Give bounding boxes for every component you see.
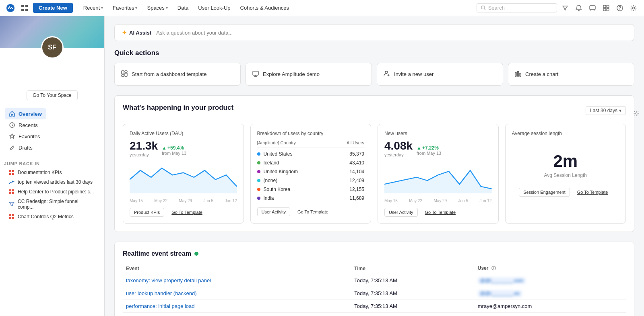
svg-rect-36 (520, 73, 521, 76)
avg-session-footer: Session Engagement Go To Template (512, 188, 619, 197)
sidebar-item-favorites[interactable]: Favorites (5, 131, 99, 142)
new-users-chart-card: New users 4.08k yesterday ▲+7.22% (378, 124, 499, 224)
jump-back-item-1[interactable]: top ten viewed articles last 30 days (5, 177, 99, 187)
svg-rect-20 (9, 189, 11, 191)
sidebar-navigation: Overview Recents (0, 105, 104, 156)
grid-icon-2 (9, 189, 14, 195)
help-icon[interactable] (614, 2, 625, 14)
star-sparkle-icon: ✦ (122, 29, 127, 36)
whats-happening-title: What's happening in your product (123, 104, 233, 112)
event-time-0: Today, 7:35:13 AM (351, 274, 475, 287)
svg-rect-22 (9, 192, 11, 194)
avg-session-value: 2m (512, 140, 619, 172)
event-link-2[interactable]: performance: initial page load (126, 303, 195, 309)
sidebar: SF Go To Your Space Overview (0, 16, 105, 316)
messages-icon[interactable] (587, 2, 598, 14)
avg-session-card: Average session length 2m Avg Session Le… (505, 124, 626, 224)
country-breakdown-card: Breakdown of users by country [Amplitude… (250, 124, 372, 224)
country-user-activity-button[interactable]: User Activity (257, 207, 291, 216)
country-row-0: United States 85,379 (257, 150, 365, 158)
nav-item-spaces[interactable]: Spaces ▾ (143, 3, 171, 13)
jump-back-item-0[interactable]: Documentation KPIs (5, 168, 99, 177)
country-row-3: (none) 12,409 (257, 176, 365, 185)
chevron-down-icon: ▾ (101, 6, 103, 10)
nav-item-data[interactable]: Data (173, 3, 192, 13)
realtime-header: Realtime event stream (123, 250, 626, 257)
jump-back-item-2[interactable]: Help Center to Product pipeline: c... (5, 187, 99, 197)
filter-icon[interactable] (559, 2, 571, 14)
new-users-axis-labels: May 15May 22May 29Jun 5Jun 12 (384, 199, 492, 203)
qa-create-chart[interactable]: Create a chart (508, 63, 634, 86)
chart-bar-icon (515, 70, 521, 78)
search-box[interactable] (477, 3, 557, 12)
svg-rect-4 (25, 9, 28, 11)
event-user-2: mraye@ampersyn.com (475, 300, 626, 313)
sidebar-item-drafts[interactable]: Drafts (5, 142, 99, 153)
dashboard-icon (121, 70, 128, 78)
apps-grid-icon[interactable] (19, 3, 30, 13)
user-blurred-0: @@t________.com (478, 277, 526, 284)
ai-assist-label: ✦ AI Assist (122, 29, 151, 36)
nav-item-recent[interactable]: Recent ▾ (79, 3, 107, 13)
new-users-mini-chart (384, 161, 492, 193)
notifications-icon[interactable] (573, 2, 584, 14)
qa-invite-user[interactable]: Invite a new user (377, 63, 503, 86)
svg-rect-23 (12, 192, 14, 194)
country-row-1: Iceland 43,410 (257, 158, 365, 167)
new-users-activity-button[interactable]: User Activity (384, 208, 418, 217)
svg-rect-17 (12, 170, 14, 172)
whats-happening-header: What's happening in your product Last 30… (123, 104, 626, 117)
svg-rect-2 (25, 5, 28, 7)
nav-item-favorites[interactable]: Favorites ▾ (109, 3, 141, 13)
amplitude-logo (5, 2, 16, 14)
star-icon (9, 133, 15, 140)
qa-dashboard-template[interactable]: Start from a dashboard template (114, 63, 241, 86)
svg-rect-31 (122, 75, 124, 76)
dau-chart-footer: Product KPIs Go To Template (130, 208, 237, 217)
user-column-info-icon[interactable]: ⓘ (491, 266, 496, 271)
new-users-go-to-template-button[interactable]: Go To Template (421, 208, 460, 216)
go-to-space-button[interactable]: Go To Your Space (27, 90, 78, 100)
sidebar-item-overview[interactable]: Overview (5, 108, 46, 119)
dau-product-kpis-button[interactable]: Product KPIs (130, 208, 164, 217)
country-chart-title: Breakdown of users by country (257, 131, 365, 136)
country-table-header: [Amplitude] Country All Users (257, 140, 365, 148)
table-row: user lookup handler (backend) Today, 7:3… (123, 287, 626, 300)
time-column-header: Time (351, 263, 475, 274)
app-layout: SF Go To Your Space Overview (0, 16, 644, 316)
country-row-5: India 11,689 (257, 194, 365, 203)
country-go-to-template-button[interactable]: Go To Template (293, 208, 332, 216)
event-link-1[interactable]: user lookup handler (backend) (126, 290, 197, 296)
qa-explore-demo[interactable]: Explore Amplitude demo (246, 63, 372, 86)
sidebar-header: SF (0, 16, 104, 78)
settings-icon[interactable] (628, 2, 639, 14)
nav-item-user-lookup[interactable]: User Look-Up (194, 3, 234, 13)
dau-change: ▲+59.4% (162, 145, 186, 151)
ai-assist-bar[interactable]: ✦ AI Assist (114, 24, 634, 41)
session-engagement-button[interactable]: Session Engagement (519, 188, 570, 197)
top-navigation: Create New Recent ▾ Favorites ▾ Spaces ▾… (0, 0, 644, 16)
dau-go-to-template-button[interactable]: Go To Template (167, 208, 206, 216)
sidebar-item-recents[interactable]: Recents (5, 119, 99, 131)
jump-back-item-4[interactable]: Chart Controls Q2 Metrics (5, 212, 99, 222)
new-users-chart-title: New users (384, 131, 492, 136)
create-new-button[interactable]: Create New (33, 3, 73, 13)
jump-back-item-3[interactable]: CC Redesign: Simple funnel comp... (5, 197, 99, 212)
ai-assist-input[interactable] (156, 30, 627, 36)
nav-item-cohorts[interactable]: Cohorts & Audiences (236, 3, 293, 13)
event-link-0[interactable]: taxonomy: view property detail panel (126, 277, 211, 283)
user-blurred-1: @@r________.es (478, 290, 522, 297)
svg-rect-30 (125, 73, 127, 76)
whats-happening-section: What's happening in your product Last 30… (114, 95, 634, 232)
svg-rect-7 (603, 5, 606, 8)
dau-chart-card: Daily Active Users (DAU) 21.3k yesterday… (123, 124, 244, 224)
date-range-dropdown[interactable]: Last 30 days ▾ (586, 106, 626, 115)
avg-session-go-to-template-button[interactable]: Go To Template (573, 188, 612, 196)
avatar: SF (41, 36, 64, 59)
dau-chart-title: Daily Active Users (DAU) (130, 131, 237, 136)
layout-icon[interactable] (601, 2, 612, 14)
new-users-value: 4.08k (384, 140, 413, 152)
realtime-table: Event Time User ⓘ taxonomy: view propert… (123, 263, 626, 313)
country-table-scroll[interactable]: United States 85,379 Iceland 43,410 Unit… (257, 150, 365, 203)
search-input[interactable] (488, 5, 553, 11)
